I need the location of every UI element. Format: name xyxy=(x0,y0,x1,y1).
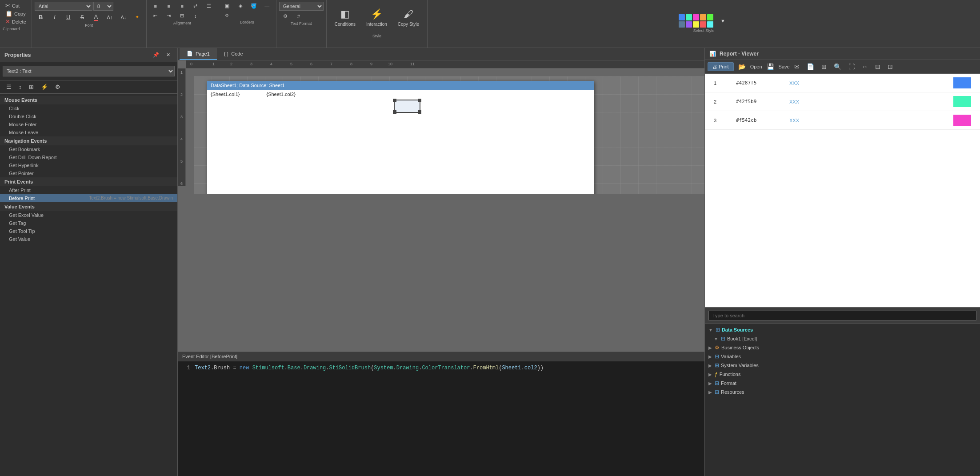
swatch-teal[interactable] xyxy=(686,14,692,20)
tree-item-data-sources[interactable]: ▼ ⊞ Data Sources xyxy=(705,325,980,334)
properties-close-button[interactable]: ✕ xyxy=(164,51,173,59)
align-center-button[interactable]: ≡ xyxy=(163,2,175,10)
click-event-item[interactable]: Click xyxy=(0,104,177,112)
interaction-button[interactable]: ⚡ Interaction xyxy=(362,2,392,33)
get-tool-tip-event-item[interactable]: Get Tool Tip xyxy=(0,227,177,235)
props-event-button[interactable]: ⚡ xyxy=(38,82,51,92)
delete-button[interactable]: ✕ Delete xyxy=(3,18,29,25)
swatch-blue[interactable] xyxy=(679,14,685,20)
font-family-select[interactable]: Arial xyxy=(35,2,92,11)
swatch-orange[interactable] xyxy=(700,14,706,20)
viewer-btn4[interactable]: ⛶ xyxy=(846,62,857,72)
line-spacing-button[interactable]: ↕ xyxy=(189,12,202,20)
align-left-button[interactable]: ≡ xyxy=(149,2,162,10)
text-direction-icon: ⇄ xyxy=(193,3,197,9)
cut-button[interactable]: ✂ Cut xyxy=(3,2,29,9)
get-excel-value-event-item[interactable]: Get Excel Value xyxy=(0,211,177,219)
viewer-btn7[interactable]: ⊡ xyxy=(885,62,896,72)
viewer-btn5[interactable]: ↔ xyxy=(859,62,871,72)
border-settings-button[interactable]: ⚙ xyxy=(221,12,233,19)
viewer-btn3[interactable]: 🔍 xyxy=(831,62,844,72)
mouse-leave-event-item[interactable]: Mouse Leave xyxy=(0,128,177,136)
get-bookmark-event-item[interactable]: Get Bookmark xyxy=(0,145,177,153)
tree-item-resources[interactable]: ▶ ⊟ Resources xyxy=(705,388,980,396)
tree-item-variables[interactable]: ▶ ⊟ Variables xyxy=(705,352,980,361)
viewer-btn6[interactable]: ⊟ xyxy=(872,62,883,72)
tab-page1[interactable]: 📄 Page1 xyxy=(180,48,217,60)
tab-code[interactable]: { } Code xyxy=(217,48,250,60)
double-click-event-item[interactable]: Double Click xyxy=(0,112,177,120)
swatch-yellow[interactable] xyxy=(693,21,699,28)
font-size-inc-button[interactable]: A↑ xyxy=(104,13,116,21)
border-style-button[interactable]: — xyxy=(261,2,273,10)
mouse-enter-event-item[interactable]: Mouse Enter xyxy=(0,120,177,128)
border-color-button[interactable]: ◈ xyxy=(234,2,247,10)
open-folder-button[interactable]: 📂 xyxy=(736,62,748,72)
properties-pin-button[interactable]: 📌 xyxy=(150,51,162,59)
font-size-dec-button[interactable]: A↓ xyxy=(117,13,130,21)
get-hyperlink-event-item[interactable]: Get Hyperlink xyxy=(0,161,177,169)
bold-button[interactable]: B xyxy=(35,12,47,22)
indent-left-button[interactable]: ⇤ xyxy=(149,12,162,20)
resize-handle-bl[interactable] xyxy=(393,110,396,114)
select-style-dropdown-button[interactable]: ▼ xyxy=(717,17,729,25)
text-direction-button[interactable]: ⇄ xyxy=(189,2,202,10)
tree-item-functions[interactable]: ▶ ƒ Functions xyxy=(705,370,980,379)
font-size-select[interactable]: 8 xyxy=(93,2,113,11)
resize-handle-br[interactable] xyxy=(418,110,421,114)
swatch-green[interactable] xyxy=(707,14,713,20)
canvas-area[interactable]: DataSheet1; Data Source: Sheet1 {Sheet1.… xyxy=(194,76,704,194)
email-button[interactable]: ✉ xyxy=(792,62,802,72)
clear-format-button[interactable]: ✦ xyxy=(131,13,144,21)
tab-bar: 📄 Page1 { } Code xyxy=(178,48,704,60)
data-search-input[interactable] xyxy=(708,311,976,320)
swatch-red[interactable] xyxy=(700,21,706,28)
swatch-steel[interactable] xyxy=(679,21,685,28)
print-button[interactable]: 🖨 Print xyxy=(708,62,734,71)
swatch-purple[interactable] xyxy=(686,21,692,28)
swatch-pink[interactable] xyxy=(693,14,699,20)
tree-item-format[interactable]: ▶ ⊟ Format xyxy=(705,379,980,388)
viewer-btn2[interactable]: ⊞ xyxy=(819,62,829,72)
copy-style-button[interactable]: 🖌 Copy Style xyxy=(393,2,424,33)
get-tag-event-item[interactable]: Get Tag xyxy=(0,219,177,227)
underline-button[interactable]: U xyxy=(62,12,75,22)
number-format-button[interactable]: # xyxy=(292,12,305,20)
selected-cell[interactable] xyxy=(394,100,420,113)
format-select[interactable]: General xyxy=(279,2,324,11)
save-button[interactable]: 💾 xyxy=(764,62,777,72)
font-color-button[interactable]: A xyxy=(90,12,102,22)
border-all-button[interactable]: ▣ xyxy=(221,2,233,10)
swatch-cyan[interactable] xyxy=(707,21,713,28)
tree-item-system-variables[interactable]: ▶ ⊞ System Variables xyxy=(705,361,980,370)
clipboard-section: ✂ Cut 📋 Copy ✕ Delete Clipboard xyxy=(0,0,32,48)
props-settings-button[interactable]: ⚙ xyxy=(52,82,63,92)
resize-handle-tl[interactable] xyxy=(393,99,396,102)
resize-handle-tr[interactable] xyxy=(418,99,421,102)
get-pointer-event-item[interactable]: Get Pointer xyxy=(0,169,177,177)
get-value-event-item[interactable]: Get Value xyxy=(0,235,177,243)
list-button[interactable]: ☰ xyxy=(203,2,215,10)
before-print-event-item[interactable]: Before Print Text2.Brush = new Stimulsof… xyxy=(0,194,177,202)
indent-center-button[interactable]: ⊟ xyxy=(176,12,188,20)
get-drill-down-event-item[interactable]: Get Drill-Down Report xyxy=(0,153,177,161)
props-sort-button[interactable]: ↕ xyxy=(16,82,24,92)
component-selector[interactable]: Text2 : Text xyxy=(3,66,175,76)
tree-item-book1[interactable]: ▼ ⊟ Book1 [Excel] xyxy=(705,334,980,343)
props-category-button[interactable]: ☰ xyxy=(4,82,14,92)
align-right-button[interactable]: ≡ xyxy=(176,2,188,10)
viewer-btn1[interactable]: 📄 xyxy=(804,62,817,72)
designer-canvas: 0 1 2 3 4 5 6 7 8 9 10 11 1 2 3 4 xyxy=(178,60,704,352)
fill-color-button[interactable]: 🪣 xyxy=(248,2,260,10)
tree-item-business-objects[interactable]: ▶ ⚙ Business Objects xyxy=(705,343,980,352)
code-editor[interactable]: 1 Text2.Brush = new Stimulsoft.Base.Draw… xyxy=(178,361,704,476)
props-grid-button[interactable]: ⊞ xyxy=(26,82,36,92)
conditions-button[interactable]: ◧ Conditions xyxy=(330,2,360,33)
after-print-event-item[interactable]: After Print xyxy=(0,186,177,194)
expand-icon-system-variables: ▶ xyxy=(708,363,712,368)
strikethrough-button[interactable]: S̶ xyxy=(76,12,88,22)
text-format-settings-button[interactable]: ⚙ xyxy=(279,12,292,20)
copy-button[interactable]: 📋 Copy xyxy=(3,10,29,17)
indent-right-button[interactable]: ⇥ xyxy=(163,12,175,20)
italic-button[interactable]: I xyxy=(48,12,61,22)
